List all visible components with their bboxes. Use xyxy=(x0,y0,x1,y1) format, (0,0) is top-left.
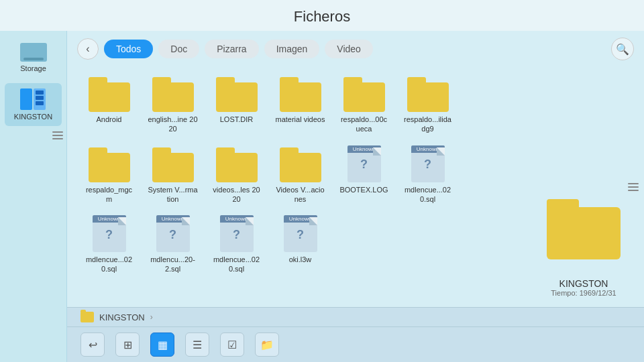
toolbar-back-button[interactable]: ↩ xyxy=(80,333,105,357)
list-item[interactable]: videos...les 2020 xyxy=(208,144,265,208)
list-item[interactable]: Android xyxy=(80,74,138,137)
search-icon: 🔍 xyxy=(616,43,629,56)
search-button[interactable]: 🔍 xyxy=(611,38,634,60)
file-name: material videos xyxy=(276,115,325,124)
list-item[interactable]: Unknown oki.l3w xyxy=(272,214,329,278)
file-name: english...ine 2020 xyxy=(148,115,198,134)
toolbar-check-button[interactable]: ☑ xyxy=(220,333,244,357)
filter-imagen[interactable]: Imagen xyxy=(264,40,320,58)
folder-icon xyxy=(152,77,194,112)
folder-icon xyxy=(216,77,258,112)
file-name: Android xyxy=(97,115,122,124)
storage-icon xyxy=(20,43,47,62)
new-folder-icon: 📁 xyxy=(260,339,274,351)
file-name: respaldo...00cueca xyxy=(339,115,389,134)
toolbar-list-button[interactable]: ☰ xyxy=(185,333,209,357)
folder-icon xyxy=(280,147,321,182)
folder-icon xyxy=(407,77,449,112)
filter-bar: ‹ Todos Doc Pizarra Imagen Video 🔍 xyxy=(67,31,644,67)
preview-date: Tiempo: 1969/12/31 xyxy=(551,289,616,297)
bottom-toolbar: ↩ ⊞ ▦ ☰ ☑ 📁 xyxy=(67,326,644,362)
file-name: respaldo_mgcm xyxy=(84,185,134,204)
list-item[interactable]: respaldo...ilidadg9 xyxy=(399,74,456,137)
list-icon: ☰ xyxy=(193,339,202,351)
back-icon: ↩ xyxy=(89,339,97,351)
unknown-file-icon: Unknown xyxy=(284,217,317,252)
folder-icon xyxy=(280,77,321,112)
panel-menu-icon xyxy=(628,183,639,191)
toolbar-grid-sm-button[interactable]: ⊞ xyxy=(115,333,140,357)
file-name: BOOTEX.LOG xyxy=(339,185,388,194)
unknown-file-icon: Unknown xyxy=(220,217,254,252)
unknown-file-icon: Unknown xyxy=(411,147,445,182)
file-name: videos...les 2020 xyxy=(211,185,262,204)
list-item[interactable]: Unknown mdlencu...20-2.sql xyxy=(144,214,201,278)
kingston-icon xyxy=(20,88,47,110)
sidebar-storage-label: Storage xyxy=(20,64,46,72)
list-item[interactable]: english...ine 2020 xyxy=(144,74,201,137)
folder-icon xyxy=(89,147,130,182)
preview-info: KINGSTON Tiempo: 1969/12/31 xyxy=(551,278,616,297)
file-name: LOST.DIR xyxy=(220,115,254,124)
grid-lg-icon: ▦ xyxy=(158,339,168,351)
folder-icon xyxy=(343,77,385,112)
file-name: mdlencue...020.sql xyxy=(211,255,262,274)
check-icon: ☑ xyxy=(227,339,237,351)
breadcrumb-folder-name: KINGSTON xyxy=(99,312,145,322)
preview-folder-icon xyxy=(547,199,621,259)
list-item[interactable]: Videos V...aciones xyxy=(272,144,329,208)
toolbar-grid-lg-button[interactable]: ▦ xyxy=(150,333,174,357)
file-name: respaldo...ilidadg9 xyxy=(402,115,453,134)
preview-name: KINGSTON xyxy=(551,278,616,289)
content-area: ‹ Todos Doc Pizarra Imagen Video 🔍 Andro… xyxy=(67,31,644,362)
back-button[interactable]: ‹ xyxy=(77,38,99,60)
file-name: oki.l3w xyxy=(289,255,312,264)
list-item[interactable]: respaldo_mgcm xyxy=(80,144,138,208)
sidebar-item-kingston[interactable]: KINGSTON xyxy=(5,83,62,126)
file-name: mdlencue...020.sql xyxy=(402,185,453,204)
filter-todos[interactable]: Todos xyxy=(104,40,153,58)
file-grid-container: Android english...ine 2020 LOST.DIR xyxy=(67,67,644,307)
folder-icon xyxy=(89,77,130,112)
sidebar-item-storage[interactable]: Storage xyxy=(5,38,62,78)
folder-icon xyxy=(216,147,258,182)
list-item[interactable]: Unknown BOOTEX.LOG xyxy=(335,144,392,208)
list-item[interactable]: LOST.DIR xyxy=(208,74,265,137)
sidebar-menu-icon xyxy=(52,131,63,139)
list-item[interactable]: Unknown mdlencue...020.sql xyxy=(208,214,265,278)
unknown-file-icon: Unknown xyxy=(93,217,126,252)
toolbar-new-folder-button[interactable]: 📁 xyxy=(255,333,279,357)
breadcrumb: KINGSTON › xyxy=(67,307,644,326)
sidebar-kingston-label: KINGSTON xyxy=(14,113,52,121)
preview-panel: KINGSTON Tiempo: 1969/12/31 xyxy=(523,67,644,307)
page-title: Ficheros xyxy=(0,0,644,31)
file-name: System V...rmation xyxy=(148,185,198,204)
file-grid: Android english...ine 2020 LOST.DIR xyxy=(67,67,523,307)
list-item[interactable]: Unknown mdlencue...020.sql xyxy=(80,214,138,278)
filter-video[interactable]: Video xyxy=(325,40,373,58)
list-item[interactable]: Unknown mdlencue...020.sql xyxy=(399,144,456,208)
list-item[interactable]: System V...rmation xyxy=(144,144,201,208)
file-name: mdlencue...020.sql xyxy=(84,255,134,274)
file-name: mdlencu...20-2.sql xyxy=(148,255,198,274)
unknown-file-icon: Unknown xyxy=(347,147,381,182)
list-item[interactable]: material videos xyxy=(272,74,329,137)
breadcrumb-chevron-icon: › xyxy=(150,312,153,322)
folder-icon xyxy=(152,147,194,182)
unknown-file-icon: Unknown xyxy=(156,217,190,252)
filter-pizarra[interactable]: Pizarra xyxy=(205,40,258,58)
sidebar: Storage KINGSTON xyxy=(0,31,67,362)
file-name: Videos V...aciones xyxy=(275,185,325,204)
breadcrumb-folder-icon xyxy=(80,312,94,322)
list-item[interactable]: respaldo...00cueca xyxy=(335,74,392,137)
grid-sm-icon: ⊞ xyxy=(123,339,132,351)
filter-doc[interactable]: Doc xyxy=(158,40,199,58)
